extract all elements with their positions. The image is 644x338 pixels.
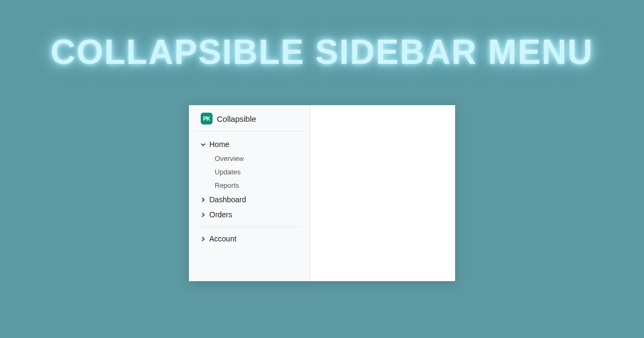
sidebar-item-orders[interactable]: Orders xyxy=(193,207,305,222)
main-content xyxy=(310,105,455,281)
chevron-down-icon xyxy=(199,142,207,148)
logo-text: PK xyxy=(203,116,210,122)
sidebar-divider xyxy=(197,226,301,227)
nav-list: Home Overview Updates Reports Dashboard xyxy=(189,137,310,222)
page-title: COLLAPSIBLE SIDEBAR MENU xyxy=(0,32,644,72)
sidebar-item-account[interactable]: Account xyxy=(193,231,305,246)
sidebar-header: PK Collapsible xyxy=(193,113,305,131)
nav-list-bottom: Account xyxy=(189,231,310,246)
sidebar-item-dashboard[interactable]: Dashboard xyxy=(193,192,305,207)
app-window: PK Collapsible Home Overview Updates Rep… xyxy=(189,105,455,281)
sidebar-subitem-overview[interactable]: Overview xyxy=(209,152,305,165)
chevron-right-icon xyxy=(199,236,207,242)
sidebar-subitem-updates[interactable]: Updates xyxy=(209,165,305,179)
sidebar-item-label: Orders xyxy=(209,210,232,219)
logo-badge: PK xyxy=(201,113,213,124)
sidebar-subitem-reports[interactable]: Reports xyxy=(209,179,305,192)
sub-list-home: Overview Updates Reports xyxy=(193,152,305,192)
chevron-right-icon xyxy=(199,197,207,203)
sidebar-item-label: Dashboard xyxy=(209,195,246,204)
sidebar-item-home[interactable]: Home xyxy=(193,137,305,152)
brand-name: Collapsible xyxy=(217,114,256,123)
sidebar-item-label: Home xyxy=(209,140,229,149)
chevron-right-icon xyxy=(199,212,207,218)
sidebar-item-label: Account xyxy=(209,234,237,243)
sidebar: PK Collapsible Home Overview Updates Rep… xyxy=(189,105,310,281)
